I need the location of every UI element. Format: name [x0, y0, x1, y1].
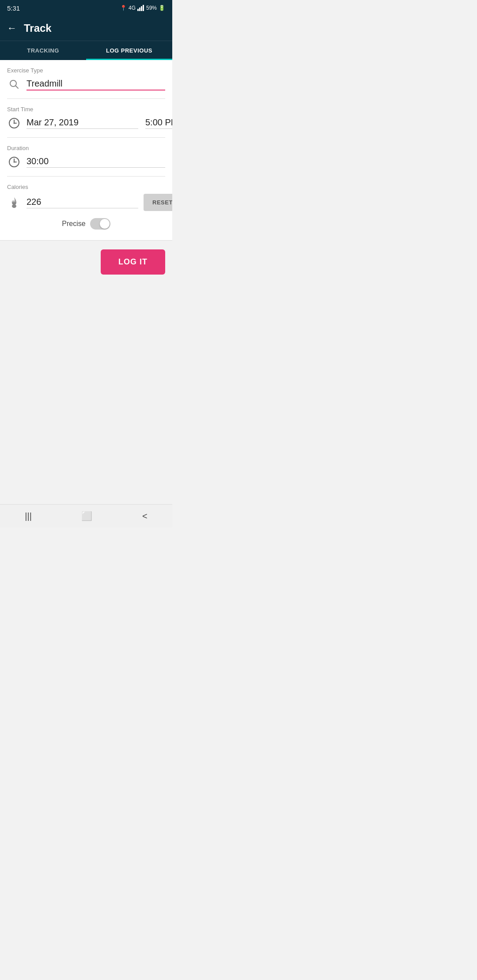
svg-rect-1	[139, 8, 140, 11]
status-icons: 📍 4G 59% 🔋	[120, 5, 165, 11]
exercise-type-section: Exercise Type	[7, 67, 165, 91]
start-date-input[interactable]	[26, 117, 138, 129]
form-content: Exercise Type Start Time	[0, 60, 172, 240]
duration-label: Duration	[7, 145, 165, 151]
calories-input[interactable]	[26, 197, 138, 208]
svg-point-10	[12, 204, 16, 208]
battery-icon: 🔋	[159, 5, 165, 11]
page-title: Track	[24, 22, 52, 34]
recent-apps-icon[interactable]: |||	[25, 511, 32, 521]
exercise-type-row	[7, 77, 165, 91]
precise-label: Precise	[62, 220, 85, 228]
divider-2	[7, 137, 165, 138]
reset-button[interactable]: RESET	[144, 194, 172, 211]
duration-row	[7, 155, 165, 169]
location-icon: 📍	[120, 5, 127, 11]
divider-3	[7, 176, 165, 177]
svg-line-5	[16, 86, 19, 89]
fire-icon	[7, 196, 21, 210]
start-time-section: Start Time	[7, 106, 165, 130]
start-time-label: Start Time	[7, 106, 165, 113]
svg-rect-3	[143, 5, 144, 11]
start-time-inputs	[26, 117, 172, 129]
status-time: 5:31	[7, 4, 20, 12]
search-icon	[7, 77, 21, 91]
back-button[interactable]: ←	[7, 23, 17, 34]
start-time-input[interactable]	[145, 117, 172, 129]
network-icon: 4G	[129, 5, 136, 11]
toggle-knob	[100, 219, 110, 229]
exercise-type-input[interactable]	[26, 79, 165, 90]
status-bar: 5:31 📍 4G 59% 🔋	[0, 0, 172, 16]
svg-rect-2	[141, 6, 142, 11]
divider-1	[7, 98, 165, 99]
precise-row: Precise	[7, 218, 165, 230]
svg-point-7	[14, 123, 15, 124]
battery-label: 59%	[146, 5, 157, 11]
clock-icon	[7, 116, 21, 130]
app-header: ← Track	[0, 16, 172, 41]
svg-point-9	[14, 162, 15, 163]
log-it-button[interactable]: LOG IT	[101, 249, 165, 275]
duration-section: Duration	[7, 145, 165, 169]
duration-input[interactable]	[26, 156, 165, 168]
home-icon[interactable]: ⬜	[81, 511, 92, 521]
duration-clock-icon	[7, 155, 21, 169]
svg-rect-0	[137, 9, 139, 11]
tab-log-previous[interactable]: LOG PREVIOUS	[86, 41, 172, 60]
empty-space	[0, 283, 172, 504]
back-nav-icon[interactable]: <	[142, 511, 148, 521]
tab-bar: TRACKING LOG PREVIOUS	[0, 41, 172, 60]
calories-row: RESET	[7, 194, 165, 211]
calories-section: Calories RESET	[7, 184, 165, 211]
precise-toggle[interactable]	[90, 218, 110, 230]
calories-label: Calories	[7, 184, 165, 190]
exercise-type-label: Exercise Type	[7, 67, 165, 74]
signal-bars-icon	[137, 5, 144, 11]
navigation-bar: ||| ⬜ <	[0, 504, 172, 528]
start-time-row	[7, 116, 165, 130]
tab-tracking[interactable]: TRACKING	[0, 41, 86, 60]
bottom-action-bar: LOG IT	[0, 240, 172, 283]
